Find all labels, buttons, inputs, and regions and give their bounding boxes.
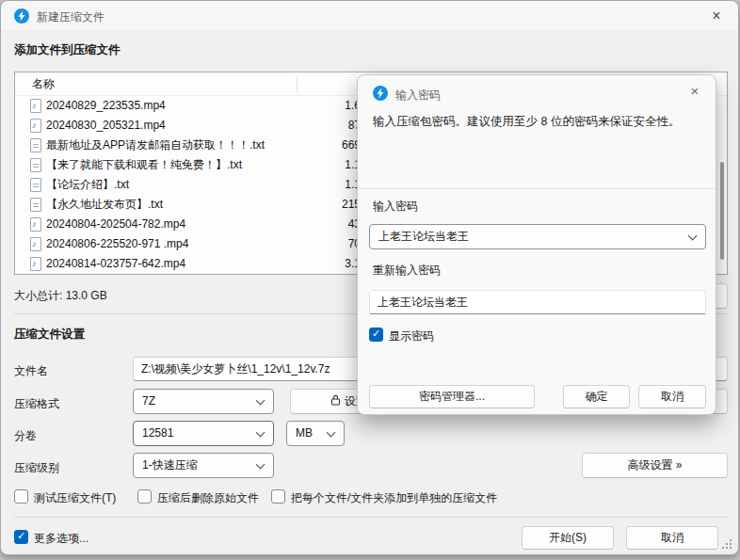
- new-archive-window: 新建压缩文件 × 添加文件到压缩文件 名称 20240829_223535.mp…: [0, 0, 739, 555]
- ok-button[interactable]: 确定: [563, 385, 630, 408]
- chevron-down-icon: [688, 231, 698, 240]
- advanced-settings-button[interactable]: 高级设置 »: [582, 453, 728, 478]
- cancel-button[interactable]: 取消: [626, 526, 718, 550]
- close-icon: ×: [712, 8, 720, 24]
- dialog-cancel-button[interactable]: 取消: [638, 385, 706, 408]
- dialog-separator: [358, 188, 716, 189]
- window-close-button[interactable]: ×: [702, 3, 731, 28]
- dialog-close-button[interactable]: ×: [682, 79, 708, 104]
- lock-icon: [330, 394, 341, 406]
- window-title: 新建压缩文件: [37, 9, 105, 25]
- chevron-down-icon: [256, 427, 265, 437]
- checkbox-icon: [14, 489, 28, 504]
- total-size-label: 大小总计: 13.0 GB: [14, 288, 107, 304]
- mp4-file-icon: [30, 217, 41, 232]
- section-archive-settings-title: 压缩文件设置: [14, 327, 85, 343]
- txt-file-icon: [30, 158, 41, 172]
- checkbox-checked-icon: [369, 328, 383, 342]
- resize-grip[interactable]: [722, 539, 732, 549]
- section-add-files-title: 添加文件到压缩文件: [14, 42, 121, 58]
- chevron-down-icon: [256, 395, 265, 405]
- volume-unit-combobox[interactable]: MB: [286, 421, 345, 446]
- checkbox-checked-icon: [14, 530, 28, 544]
- confirm-password-label: 重新输入密码: [373, 263, 441, 279]
- password-combobox[interactable]: 上老王论坛当老王: [369, 224, 706, 249]
- screen: 新建压缩文件 × 添加文件到压缩文件 名称 20240829_223535.mp…: [0, 0, 740, 560]
- column-divider[interactable]: [297, 76, 298, 92]
- chevron-down-icon: [327, 427, 336, 437]
- file-list-scrollbar-thumb[interactable]: [720, 162, 724, 260]
- dialog-title: 输入密码: [395, 88, 441, 104]
- mp4-file-icon: [30, 257, 41, 271]
- volume-label: 分卷: [14, 428, 37, 444]
- confirm-password-input[interactable]: 上老王论坛当老王: [369, 290, 706, 314]
- mp4-file-icon: [30, 119, 41, 133]
- password-manager-button[interactable]: 密码管理器...: [369, 385, 535, 408]
- checkbox-icon: [137, 489, 152, 504]
- txt-file-icon: [30, 198, 41, 212]
- level-combobox[interactable]: 1-快速压缩: [133, 453, 274, 478]
- enter-password-dialog: 输入密码 × 输入压缩包密码。建议使用至少 8 位的密码来保证安全性。 输入密码…: [357, 74, 716, 415]
- format-label: 压缩格式: [14, 396, 59, 412]
- volume-combobox[interactable]: 12581: [133, 421, 274, 446]
- txt-file-icon: [30, 138, 41, 152]
- txt-file-icon: [30, 178, 41, 192]
- checkbox-icon: [271, 489, 285, 504]
- mp4-file-icon: [30, 237, 41, 251]
- dialog-description: 输入压缩包密码。建议使用至少 8 位的密码来保证安全性。: [373, 114, 702, 130]
- filename-label: 文件名: [14, 363, 48, 379]
- format-combobox[interactable]: 7Z: [133, 389, 274, 414]
- close-icon: ×: [691, 83, 700, 99]
- start-button[interactable]: 开始(S): [522, 526, 614, 550]
- separator: [14, 517, 728, 518]
- mp4-file-icon: [30, 99, 41, 113]
- bandizip-app-icon: [373, 86, 388, 101]
- password-label: 输入密码: [373, 199, 418, 215]
- titlebar: 新建压缩文件 ×: [1, 1, 738, 30]
- level-label: 压缩级别: [14, 460, 59, 476]
- bandizip-app-icon: [14, 8, 29, 24]
- chevron-down-icon: [256, 459, 265, 469]
